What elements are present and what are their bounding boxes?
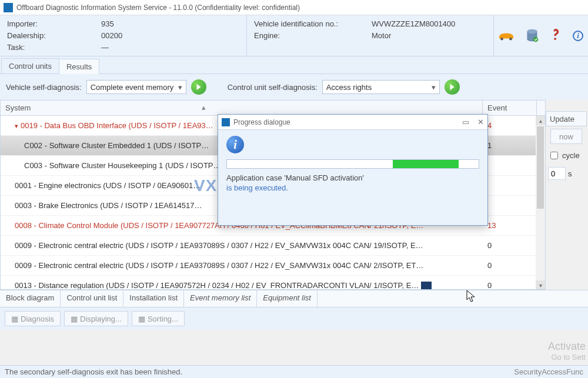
cell-event: 4 (483, 121, 530, 130)
task-label: Task: (7, 42, 101, 53)
dialog-line2: is being executed. (226, 183, 479, 192)
cell-event: 0 (483, 281, 530, 290)
progress-bar (226, 159, 479, 169)
bottom-tab-strip: Block diagram Control unit list Installa… (0, 290, 588, 307)
chevron-down-icon: ▾ (178, 83, 182, 92)
importer-label: Importer: (7, 19, 101, 29)
svg-point-3 (533, 36, 539, 42)
grid-icon: ▦ (138, 315, 145, 323)
col-event[interactable]: Event (483, 101, 537, 115)
moon-icon (421, 282, 432, 290)
activate-watermark: Activate Go to Sett (548, 340, 586, 362)
info-icon[interactable]: i (573, 31, 583, 41)
dialog-titlebar[interactable]: Progress dialogue ▭ ✕ (218, 115, 487, 130)
vin-value: WVWZZZE1ZM8001400 (372, 19, 455, 29)
expand-icon[interactable]: ▾ (15, 122, 18, 129)
scroll-down-icon[interactable]: ▾ (536, 280, 545, 290)
dealership-value: 00200 (101, 31, 122, 41)
status-right: SecurityAccessFunc (514, 367, 583, 376)
cu-diag-label: Control unit self-diagnosis: (228, 83, 318, 92)
cycle-checkbox[interactable]: cycle (548, 150, 587, 161)
dialog-app-icon (222, 118, 230, 126)
update-panel: Update now cycle s (546, 111, 587, 180)
scroll-thumb[interactable] (537, 126, 544, 209)
table-row[interactable]: 0013 - Distance regulation (UDS / ISOTP … (1, 276, 545, 290)
tab-equipment-list[interactable]: Equipment list (257, 290, 318, 307)
dealership-label: Dealership: (7, 31, 101, 41)
tab-control-unit-list[interactable]: Control unit list (61, 290, 123, 307)
progress-fill (393, 160, 458, 168)
table-row[interactable]: 0009 - Electronic central electric (UDS … (1, 256, 545, 276)
scroll-up-icon[interactable]: ▴ (536, 116, 545, 125)
task-value: — (101, 42, 109, 53)
col-system[interactable]: System ▴ (1, 101, 483, 115)
tab-strip: Control units Results (0, 56, 588, 74)
app-icon (4, 3, 13, 12)
dialog-title: Progress dialogue (233, 118, 462, 126)
dialog-info-icon: i (226, 136, 244, 153)
svg-point-0 (500, 38, 503, 41)
toolbar-icons: i (494, 15, 588, 56)
update-now-button[interactable]: now (550, 129, 582, 144)
cell-event: 0 (483, 241, 530, 250)
diagnosis-bar: Vehicle self-diagnosis: Complete event m… (0, 74, 588, 100)
tab-block-diagram[interactable]: Block diagram (0, 290, 61, 307)
info-col-left: Importer: 935 Dealership: 00200 Task: — (0, 15, 247, 56)
vin-label: Vehicle identification no.: (254, 19, 372, 29)
car-icon[interactable] (497, 31, 515, 41)
window-titlebar: Offboard Diagnostic Information System S… (0, 0, 588, 15)
cell-system: 0009 - Electronic central electric (UDS … (1, 241, 483, 250)
grid-icon: ▦ (71, 315, 78, 323)
svg-rect-4 (421, 282, 432, 290)
cu-diag-value: Access rights (326, 83, 372, 92)
cu-diag-select[interactable]: Access rights ▾ (322, 80, 440, 94)
progress-dialog: Progress dialogue ▭ ✕ i Application case… (218, 114, 488, 226)
sorting-button[interactable]: ▦ Sorting... (132, 311, 185, 326)
vehicle-diag-value: Complete event memory (91, 83, 174, 92)
info-col-right: Vehicle identification no.: WVWZZZE1ZM80… (247, 15, 494, 56)
tab-event-memory-list[interactable]: Event memory list (184, 290, 257, 307)
table-row[interactable]: 0009 - Electronic central electric (UDS … (1, 236, 545, 256)
importer-value: 935 (101, 19, 114, 29)
cycle-interval-unit: s (568, 169, 572, 178)
cell-event: 0 (483, 261, 530, 270)
cycle-interval: s (548, 167, 587, 180)
engine-label: Engine: (254, 31, 372, 41)
sort-asc-icon: ▴ (202, 103, 206, 112)
status-text: The secondary self-diagnosis exit has be… (5, 367, 182, 376)
diagnosis-button[interactable]: ▦ Diagnosis (5, 311, 61, 326)
info-panel: Importer: 935 Dealership: 00200 Task: — … (0, 15, 588, 56)
cycle-checkbox-input[interactable] (550, 152, 558, 159)
vehicle-diag-select[interactable]: Complete event memory ▾ (86, 80, 186, 94)
vehicle-diag-label: Vehicle self-diagnosis: (6, 83, 82, 92)
svg-point-1 (509, 38, 512, 41)
displaying-button[interactable]: ▦ Displaying... (64, 311, 128, 326)
grid-icon: ▦ (11, 315, 18, 323)
arrow-right-icon (195, 83, 203, 91)
close-icon[interactable]: ✕ (477, 118, 484, 126)
database-icon[interactable] (526, 29, 539, 43)
cycle-interval-input[interactable] (548, 167, 566, 180)
tab-results[interactable]: Results (59, 59, 99, 74)
tab-control-units[interactable]: Control units (1, 58, 59, 73)
cell-event: 13 (483, 221, 530, 230)
update-header: Update (546, 111, 587, 126)
action-toolbar: ▦ Diagnosis ▦ Displaying... ▦ Sorting... (0, 307, 588, 330)
vehicle-diag-go-button[interactable] (191, 79, 206, 95)
arrow-right-icon (448, 83, 456, 91)
cell-system: 0013 - Distance regulation (UDS / ISOTP … (1, 281, 483, 290)
scrollbar-vertical[interactable]: ▴ ▾ (536, 116, 545, 290)
dialog-line1: Application case 'Manual SFD activation' (226, 173, 479, 182)
engine-value: Motor (372, 31, 391, 41)
window-title: Offboard Diagnostic Information System S… (16, 4, 300, 12)
minimize-icon[interactable]: ▭ (462, 118, 469, 126)
status-bar: The secondary self-diagnosis exit has be… (0, 365, 588, 378)
help-icon[interactable] (549, 29, 562, 43)
cell-event: 1 (483, 141, 530, 150)
chevron-down-icon: ▾ (432, 83, 436, 92)
tab-installation-list[interactable]: Installation list (123, 290, 184, 307)
cu-diag-go-button[interactable] (445, 79, 460, 95)
cell-system: 0009 - Electronic central electric (UDS … (1, 261, 483, 270)
